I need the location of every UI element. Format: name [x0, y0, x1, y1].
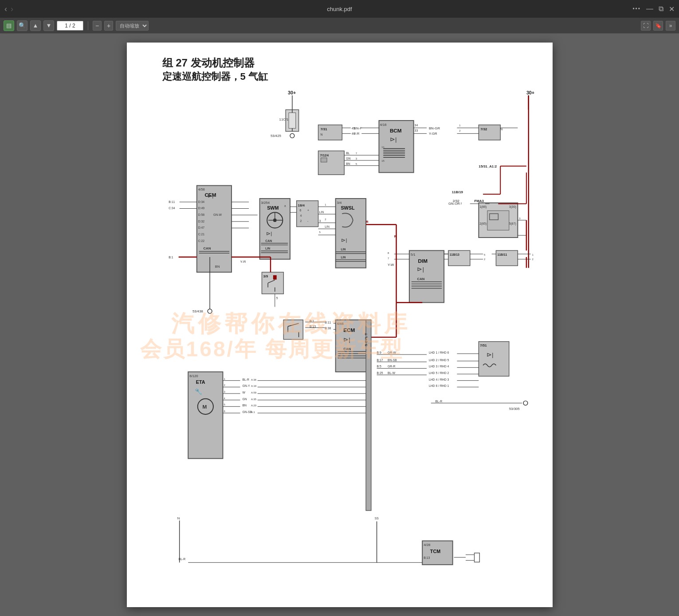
- svg-text:B:17: B:17: [377, 359, 383, 362]
- svg-text:5: 5: [355, 163, 357, 165]
- svg-text:3: 3: [519, 217, 520, 220]
- close-button[interactable]: ✕: [669, 5, 675, 13]
- zoom-select[interactable]: 自动缩放: [116, 21, 149, 31]
- svg-text:BL-R: BL-R: [242, 378, 249, 381]
- svg-text:GN: GN: [346, 157, 350, 160]
- svg-text:SWM: SWM: [267, 205, 279, 211]
- page-title-line1: 组 27 发动机控制器: [162, 56, 268, 70]
- svg-text:7/124: 7/124: [320, 153, 329, 157]
- svg-text:6: 6: [224, 410, 225, 413]
- svg-text:7/51: 7/51: [480, 343, 487, 347]
- svg-text:4/28: 4/28: [424, 543, 430, 547]
- svg-text:TCM: TCM: [430, 549, 440, 554]
- svg-text:34: 34: [414, 124, 418, 127]
- svg-text:3: 3: [224, 390, 225, 393]
- svg-text:R: R: [366, 220, 369, 224]
- forward-button[interactable]: ›: [11, 4, 13, 14]
- title-bar-left: ‹ ›: [4, 4, 13, 14]
- svg-text:7/32: 7/32: [480, 127, 487, 131]
- svg-text:BN: BN: [215, 265, 220, 269]
- svg-text:⊳|: ⊳|: [208, 193, 213, 199]
- next-page-button[interactable]: ▼: [43, 20, 54, 31]
- bookmark-button[interactable]: 🔖: [653, 21, 663, 31]
- connector-15-31: 15/31_A1:2: [479, 164, 497, 168]
- ground-53438: [208, 309, 212, 313]
- svg-text:BCM: BCM: [389, 128, 401, 133]
- svg-text:5/1: 5/1: [410, 253, 415, 257]
- title-bar-controls: ••• — ⧉ ✕: [632, 5, 675, 13]
- svg-text:1: 1: [325, 203, 326, 206]
- svg-text:1: 1: [224, 378, 225, 380]
- svg-text:B:9: B:9: [377, 351, 381, 354]
- svg-text:ECM: ECM: [343, 327, 355, 333]
- down-arrow-icon: ▼: [46, 22, 52, 29]
- svg-text:BL-R: BL-R: [178, 558, 185, 561]
- svg-text:33: 33: [414, 129, 418, 132]
- svg-text:A:1: A:1: [251, 411, 255, 413]
- svg-text:BN: BN: [346, 162, 350, 165]
- restore-button[interactable]: ⧉: [659, 5, 663, 13]
- wiring-diagram: 30+ 30+ 11C/10 53/425 7/31 N 45: [153, 82, 544, 588]
- svg-text:⊳|: ⊳|: [417, 266, 424, 273]
- svg-text:5(87): 5(87): [509, 222, 516, 226]
- svg-text:11B/13: 11B/13: [449, 253, 459, 256]
- svg-text:LIN: LIN: [265, 247, 270, 250]
- svg-rect-1: [289, 113, 296, 128]
- svg-text:A:19: A:19: [251, 385, 256, 387]
- fullscreen-button[interactable]: ⛶: [641, 21, 651, 31]
- svg-text:A:36: A:36: [251, 378, 256, 381]
- ground-53305: [523, 401, 528, 405]
- svg-text:4/16: 4/16: [380, 123, 386, 127]
- more-tools-button[interactable]: »: [666, 21, 675, 31]
- sidebar-icon: ▤: [6, 22, 12, 29]
- svg-text:C:22: C:22: [198, 239, 204, 242]
- svg-text:15: 15: [381, 160, 385, 162]
- zoom-in-button[interactable]: +: [104, 21, 113, 31]
- svg-text:CAN: CAN: [343, 347, 351, 351]
- power-label-1: 30+: [288, 90, 296, 95]
- svg-text:A:59: A:59: [251, 391, 256, 394]
- toolbar: ▤ 🔍 ▲ ▼ − + 自动缩放 ⛶ 🔖 »: [0, 18, 679, 34]
- svg-text:5: 5: [484, 253, 486, 256]
- svg-text:W: W: [242, 391, 245, 394]
- svg-text:Y-R: Y-R: [353, 132, 359, 136]
- svg-text:SWSL: SWSL: [341, 205, 354, 211]
- svg-text:BL-W: BL-W: [388, 371, 396, 374]
- svg-rect-138: [273, 275, 276, 280]
- svg-text:GN-OR: GN-OR: [448, 202, 459, 206]
- svg-text:5 CYL T: 5 CYL T: [364, 333, 368, 346]
- svg-text:Y-W: Y-W: [388, 263, 394, 267]
- 5cyl-bar: [366, 320, 371, 511]
- plus-icon: +: [107, 22, 110, 29]
- svg-text:LHD 5 / RHD 2: LHD 5 / RHD 2: [428, 371, 449, 374]
- svg-text:B:11: B:11: [325, 321, 331, 324]
- svg-text:B:11: B:11: [169, 200, 175, 203]
- switch-left-ecm: [283, 320, 303, 339]
- svg-text:GR-W: GR-W: [388, 351, 396, 354]
- svg-text:8: 8: [284, 205, 286, 207]
- svg-text:LIN: LIN: [319, 211, 324, 214]
- search-button[interactable]: 🔍: [17, 20, 27, 31]
- svg-text:4: 4: [300, 214, 302, 217]
- minimize-button[interactable]: —: [646, 5, 653, 13]
- svg-text:CAN: CAN: [265, 239, 272, 242]
- svg-text:-: -: [307, 219, 308, 222]
- svg-text:3: 3: [319, 219, 321, 222]
- sidebar-toggle-button[interactable]: ▤: [4, 20, 14, 31]
- zoom-out-button[interactable]: −: [93, 21, 102, 31]
- svg-text:4/46: 4/46: [337, 322, 343, 326]
- svg-text:R: R: [394, 234, 396, 238]
- svg-text:Y-R: Y-R: [240, 260, 246, 264]
- more-options-icon[interactable]: •••: [632, 6, 641, 12]
- svg-text:2: 2: [224, 384, 225, 386]
- svg-text:7: 7: [388, 257, 389, 260]
- svg-text:GN-W: GN-W: [213, 213, 222, 216]
- back-button[interactable]: ‹: [4, 4, 7, 14]
- svg-text:B:5: B:5: [377, 365, 381, 368]
- prev-page-button[interactable]: ▲: [30, 20, 41, 31]
- eta-module: [188, 372, 223, 459]
- svg-text:5: 5: [319, 231, 321, 234]
- page-number-input[interactable]: [57, 21, 83, 31]
- svg-text:D:34: D:34: [198, 200, 204, 203]
- svg-text:2: 2: [484, 258, 485, 261]
